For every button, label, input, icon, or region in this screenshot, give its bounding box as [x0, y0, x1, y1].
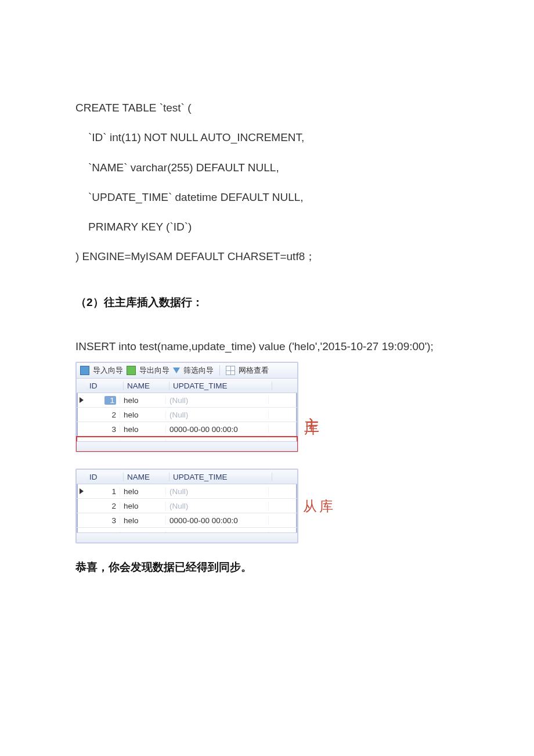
col-id[interactable]: ID [86, 381, 124, 390]
cell-name[interactable]: helo [120, 425, 166, 434]
cell-id[interactable]: 1 [86, 487, 120, 496]
cell-name[interactable]: helo [120, 487, 166, 496]
sql-line: `UPDATE_TIME` datetime DEFAULT NULL, [75, 182, 459, 212]
table-row[interactable]: 4helo2015-10-27 19:09:0 [77, 437, 297, 451]
sql-line: PRIMARY KEY (`ID`) [75, 212, 459, 242]
sql-line: ) ENGINE=MyISAM DEFAULT CHARSET=utf8； [75, 242, 459, 271]
cell-name[interactable]: helo [120, 411, 166, 419]
export-icon [127, 366, 136, 375]
toolbar-export[interactable]: 导出向导 [139, 365, 169, 376]
cell-name[interactable]: helo [120, 531, 166, 539]
import-icon [80, 366, 89, 375]
table-row[interactable]: 2helo(Null) [77, 499, 297, 513]
cell-update-time[interactable]: 0000-00-00 00:00:0 [166, 425, 269, 434]
table-row[interactable]: 1helo(Null) [77, 484, 297, 499]
cell-name[interactable]: helo [120, 396, 166, 405]
table-row[interactable]: 3helo0000-00-00 00:00:0 [77, 422, 297, 437]
cell-update-time[interactable]: (Null) [166, 487, 269, 496]
toolbar-filter[interactable]: 筛选向导 [183, 365, 214, 376]
master-label: 主库 [303, 405, 320, 409]
table-row[interactable]: 1helo(Null) [77, 393, 297, 408]
cell-update-time[interactable]: 0000-00-00 00:00:0 [166, 516, 269, 525]
slave-panel-wrap: ID NAME UPDATE_TIME 1helo(Null)2helo(Nul… [75, 469, 459, 543]
col-time[interactable]: UPDATE_TIME [169, 473, 272, 481]
col-time[interactable]: UPDATE_TIME [169, 381, 272, 390]
cell-name[interactable]: helo [120, 516, 166, 525]
table-row[interactable]: 4helo2015-10-27 19:09:0 [77, 528, 297, 542]
cell-update-time[interactable]: (Null) [166, 411, 269, 419]
cell-update-time[interactable]: 2015-10-27 19:09:0 [166, 531, 269, 539]
db-toolbar: 导入向导 导出向导 筛选向导 网格查看 [77, 363, 297, 379]
table-row[interactable]: 2helo(Null) [77, 408, 297, 422]
toolbar-import[interactable]: 导入向导 [93, 365, 123, 376]
cell-name[interactable]: helo [120, 440, 166, 448]
sql-line: `NAME` varchar(255) DEFAULT NULL, [75, 153, 459, 182]
slave-grid: ID NAME UPDATE_TIME 1helo(Null)2helo(Nul… [77, 470, 297, 542]
sql-line: `ID` int(11) NOT NULL AUTO_INCREMENT, [75, 123, 459, 152]
sql-create-block: CREATE TABLE `test` ( `ID` int(11) NOT N… [75, 93, 459, 272]
cell-update-time[interactable]: (Null) [166, 502, 269, 510]
col-name[interactable]: NAME [124, 381, 169, 390]
cell-id[interactable]: 3 [86, 516, 120, 525]
master-grid: ID NAME UPDATE_TIME 1helo(Null)2helo(Nul… [77, 379, 297, 451]
cell-id[interactable]: 2 [86, 502, 120, 510]
sql-insert-block: INSERT into test(name,update_time) value… [75, 333, 459, 360]
master-db-panel: 导入向导 导出向导 筛选向导 网格查看 ID NAME UPDATE_TIME … [75, 362, 298, 452]
grid-icon [226, 366, 235, 375]
cell-name[interactable]: helo [120, 502, 166, 510]
conclusion-text: 恭喜，你会发现数据已经得到同步。 [75, 560, 459, 575]
sql-line: CREATE TABLE `test` ( [75, 93, 459, 123]
cell-id[interactable]: 4 [86, 531, 120, 539]
current-row-arrow-icon [80, 488, 84, 494]
col-name[interactable]: NAME [124, 473, 169, 481]
slave-db-panel: ID NAME UPDATE_TIME 1helo(Null)2helo(Nul… [75, 469, 298, 543]
col-id[interactable]: ID [86, 473, 124, 481]
toolbar-gridview[interactable]: 网格查看 [239, 365, 269, 376]
cell-update-time[interactable]: 2015-10-27 19:09:0 [166, 440, 269, 448]
table-row[interactable]: 3helo0000-00-00 00:00:0 [77, 513, 297, 528]
cell-id[interactable]: 3 [86, 425, 120, 434]
master-panel-wrap: 导入向导 导出向导 筛选向导 网格查看 ID NAME UPDATE_TIME … [75, 362, 459, 452]
toolbar-separator [219, 365, 220, 376]
filter-icon [173, 368, 180, 373]
cell-id[interactable]: 2 [86, 411, 120, 419]
slave-label: 从库 [303, 499, 335, 514]
cell-id[interactable]: 4 [86, 440, 120, 448]
current-row-arrow-icon [80, 397, 84, 403]
cell-update-time[interactable]: (Null) [166, 396, 269, 405]
grid-header: ID NAME UPDATE_TIME [77, 379, 297, 393]
grid-header: ID NAME UPDATE_TIME [77, 470, 297, 484]
row-marker [77, 488, 86, 494]
section-2-heading: （2）往主库插入数据行： [75, 295, 459, 310]
cell-id[interactable]: 1 [86, 396, 120, 405]
row-marker [77, 397, 86, 403]
